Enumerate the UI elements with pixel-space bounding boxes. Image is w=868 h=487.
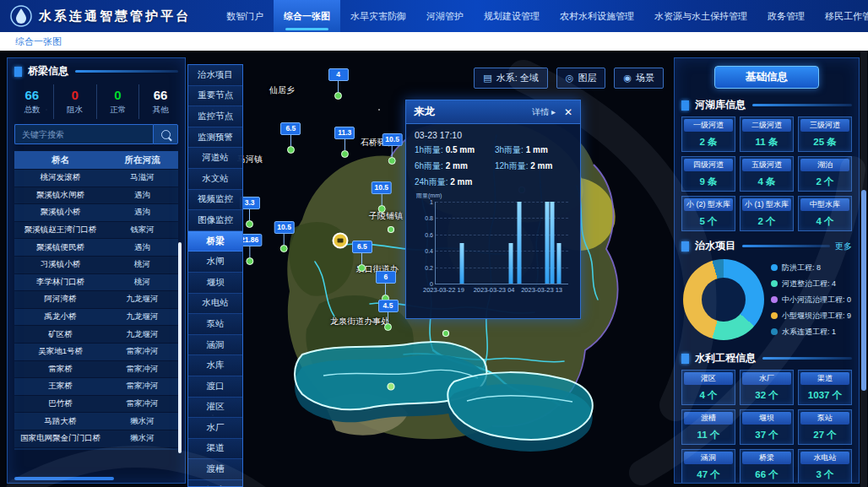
table-row[interactable]: 聚溪镇便民桥遇沟 bbox=[14, 239, 178, 256]
map-marker[interactable]: 11.3 bbox=[334, 127, 355, 158]
layer-menu-item[interactable]: 泵站 bbox=[188, 314, 242, 335]
search-input[interactable] bbox=[14, 124, 153, 144]
nav-item[interactable]: 农村水利设施管理 bbox=[550, 0, 644, 32]
layer-menu: 治水项目重要节点监控节点监测预警河道站水文站视频监控图像监控桥梁水闸堰坝水电站泵… bbox=[187, 64, 243, 487]
table-row[interactable]: 习溪镇小桥桃河 bbox=[14, 257, 178, 273]
bridge-stat: 66其他 bbox=[138, 84, 182, 119]
stat-label: 正常 bbox=[97, 105, 139, 116]
search-button[interactable] bbox=[153, 124, 178, 144]
marker-value-badge: 6.5 bbox=[352, 241, 372, 253]
layer-menu-item[interactable]: 治水项目 bbox=[188, 65, 242, 86]
marker-stem bbox=[249, 209, 250, 220]
cell-bridge-name: 雷家桥 bbox=[14, 364, 106, 375]
table-row[interactable]: 雷家桥雷家冲河 bbox=[14, 361, 178, 378]
nav-item[interactable]: 河湖管护 bbox=[416, 0, 474, 32]
close-icon[interactable]: ✕ bbox=[564, 106, 572, 118]
marker-stem bbox=[338, 81, 339, 92]
popup-title: 来龙 bbox=[414, 105, 435, 119]
projects-more-link[interactable]: 更多 bbox=[835, 241, 852, 252]
layer-menu-item[interactable]: 渡槽 bbox=[188, 459, 242, 480]
table-row[interactable]: 集雨水坝桥獭水河 bbox=[14, 448, 178, 451]
bridge-stats: 66总数0阻水0正常66其他 bbox=[11, 84, 182, 119]
table-row[interactable]: 国家电网聚金门门口桥獭水河 bbox=[14, 430, 178, 447]
map-control-button[interactable]: ▤水系: 全域 bbox=[474, 68, 548, 89]
layer-menu-item[interactable]: 图像监控 bbox=[188, 210, 242, 231]
cell-bridge-name: 李学林门口桥 bbox=[14, 277, 106, 288]
map-marker[interactable]: 6.5 bbox=[280, 122, 301, 154]
layer-menu-item[interactable]: 水文站 bbox=[188, 169, 242, 190]
info-card: 小 (1) 型水库2 个 bbox=[740, 196, 794, 231]
layer-menu-item[interactable]: 堤防 bbox=[188, 480, 242, 487]
legend-dot-icon bbox=[771, 296, 778, 303]
info-card-label: 渡槽 bbox=[684, 412, 733, 425]
popup-detail-link[interactable]: 详情 ▸ bbox=[532, 106, 556, 118]
layer-menu-item[interactable]: 渡口 bbox=[188, 376, 242, 398]
basic-info-button[interactable]: 基础信息 bbox=[714, 66, 819, 89]
cell-river-name: 雷家冲河 bbox=[106, 364, 178, 375]
bridge-panel-header: 桥梁信息 bbox=[8, 58, 185, 83]
map-marker[interactable]: 6.5 bbox=[352, 241, 372, 272]
table-row[interactable]: 阿河湾桥九龙堰河 bbox=[14, 291, 178, 308]
nav-item[interactable]: 综合一张图 bbox=[274, 0, 340, 32]
table-row[interactable]: 李学林门口桥桃河 bbox=[14, 274, 178, 291]
layer-menu-item[interactable]: 渠道 bbox=[188, 439, 242, 460]
info-card: 水厂32 个 bbox=[740, 370, 794, 405]
layer-menu-item[interactable]: 监测预警 bbox=[188, 127, 242, 149]
table-row[interactable]: 吴家地1号桥雷家冲河 bbox=[14, 344, 178, 360]
table-row[interactable]: 桃河发滚桥马滋河 bbox=[14, 170, 178, 187]
breadcrumb[interactable]: 综合一张图 bbox=[15, 35, 62, 48]
table-row[interactable]: 聚溪镇赵王湾门口桥钱家河 bbox=[14, 222, 178, 239]
marker-dot-icon bbox=[246, 257, 253, 265]
map-control-button[interactable]: ◉场景 bbox=[614, 68, 664, 89]
layer-menu-item[interactable]: 水闸 bbox=[188, 252, 242, 273]
legend-label: 防洪工程: 8 bbox=[782, 262, 821, 273]
layer-menu-item[interactable]: 重要节点 bbox=[188, 86, 242, 107]
nav-item[interactable]: 数智门户 bbox=[216, 0, 274, 32]
table-row[interactable]: 聚溪镇小桥遇沟 bbox=[14, 204, 178, 221]
nav-item[interactable]: 移民工作管理 bbox=[815, 0, 868, 32]
info-card: 三级河道25 条 bbox=[798, 116, 852, 152]
layer-menu-item[interactable]: 灌区 bbox=[188, 398, 242, 419]
window-scrollbar[interactable] bbox=[860, 51, 867, 487]
info-card-label: 泵站 bbox=[800, 412, 849, 425]
cell-bridge-name: 吴家地1号桥 bbox=[14, 346, 106, 357]
scrollbar-thumb[interactable] bbox=[861, 190, 866, 391]
main-nav: 数智门户综合一张图水旱灾害防御河湖管护规划建设管理农村水利设施管理水资源与水土保… bbox=[216, 0, 868, 32]
layer-menu-item[interactable]: 视频监控 bbox=[188, 190, 242, 211]
nav-item[interactable]: 政务管理 bbox=[757, 0, 815, 32]
map-marker[interactable]: 10.5 bbox=[382, 133, 403, 165]
nav-item[interactable]: 水旱灾害防御 bbox=[340, 0, 416, 32]
map-marker[interactable]: 10.5 bbox=[372, 181, 393, 213]
table-row[interactable]: 禹龙小桥九龙堰河 bbox=[14, 309, 178, 326]
table-vertical-scrollbar[interactable] bbox=[178, 242, 182, 453]
layer-menu-item[interactable]: 水电站 bbox=[188, 294, 242, 315]
table-row[interactable]: 马踏大桥獭水河 bbox=[14, 413, 178, 430]
layer-menu-item[interactable]: 监控节点 bbox=[188, 106, 242, 127]
table-row[interactable]: 王家桥雷家冲河 bbox=[14, 378, 178, 395]
search-icon bbox=[161, 130, 171, 139]
cell-river-name: 遇沟 bbox=[106, 190, 178, 201]
nav-item[interactable]: 规划建设管理 bbox=[474, 0, 550, 32]
table-row[interactable]: 矿区桥九龙堰河 bbox=[14, 326, 178, 343]
marker-value-badge: 6.5 bbox=[280, 122, 301, 135]
map-marker[interactable]: 4.5 bbox=[378, 300, 399, 331]
table-row[interactable]: 聚溪镇水闸桥遇沟 bbox=[14, 187, 178, 204]
layer-menu-item[interactable]: 涵洞 bbox=[188, 335, 242, 356]
layer-menu-item[interactable]: 桥梁 bbox=[188, 231, 242, 252]
table-horizontal-scrollbar[interactable] bbox=[14, 477, 114, 480]
layer-menu-item[interactable]: 水厂 bbox=[188, 418, 242, 439]
map-marker[interactable]: 4 bbox=[328, 68, 349, 100]
layer-menu-item[interactable]: 河道站 bbox=[188, 148, 242, 169]
info-card: 堰坝37 个 bbox=[740, 409, 794, 445]
chart-x-tick: 2023-03-23 13 bbox=[521, 286, 562, 294]
nav-item[interactable]: 水资源与水土保持管理 bbox=[644, 0, 757, 32]
chart-x-tick: 2023-03-22 19 bbox=[423, 286, 464, 294]
layer-menu-item[interactable]: 堰坝 bbox=[188, 273, 242, 294]
map-marker[interactable]: 6 bbox=[376, 271, 396, 302]
legend-item: 防洪工程: 8 bbox=[771, 262, 852, 273]
map-marker[interactable]: 10.5 bbox=[274, 221, 295, 252]
table-row[interactable]: 巴竹桥雷家冲河 bbox=[14, 396, 178, 413]
camera-marker-icon[interactable] bbox=[333, 232, 349, 248]
layer-menu-item[interactable]: 水库 bbox=[188, 355, 242, 376]
map-control-button[interactable]: ◎图层 bbox=[556, 68, 606, 89]
